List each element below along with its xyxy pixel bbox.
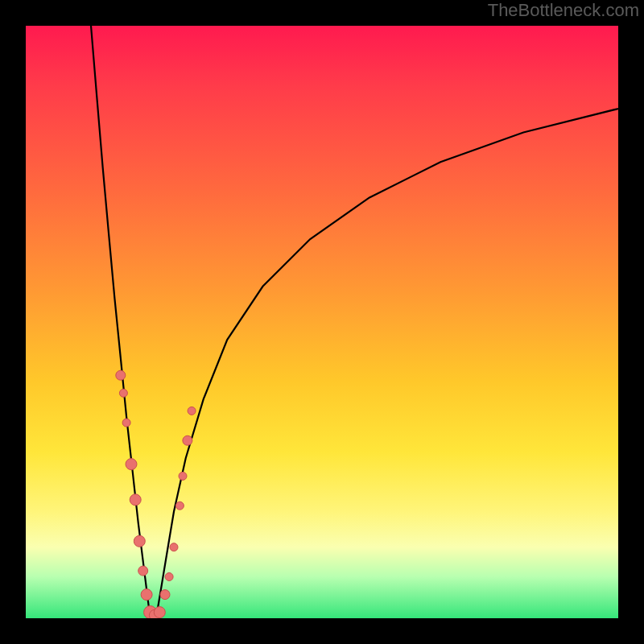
scatter-dot — [138, 566, 148, 576]
scatter-dot — [119, 389, 127, 397]
chart-svg — [26, 26, 618, 618]
plot-area — [26, 26, 618, 618]
scatter-dot — [122, 419, 130, 427]
scatter-dot — [141, 589, 152, 601]
scatter-dot — [165, 573, 173, 581]
chart-frame: TheBottleneck.com — [0, 0, 644, 644]
scatter-dot — [175, 502, 184, 510]
scatter-dot — [116, 370, 126, 380]
scatter-dot — [160, 590, 170, 600]
scatter-dot — [183, 436, 192, 445]
scatter-markers — [116, 370, 196, 618]
scatter-dot — [154, 607, 165, 618]
watermark-text: TheBottleneck.com — [488, 0, 639, 21]
scatter-dot — [179, 472, 187, 480]
scatter-dot — [188, 407, 196, 415]
scatter-dot — [126, 459, 137, 470]
scatter-dot — [170, 543, 178, 551]
curve-left-branch — [91, 26, 151, 618]
scatter-dot — [134, 535, 145, 547]
scatter-dot — [130, 494, 141, 506]
curve-right-branch — [156, 109, 618, 618]
